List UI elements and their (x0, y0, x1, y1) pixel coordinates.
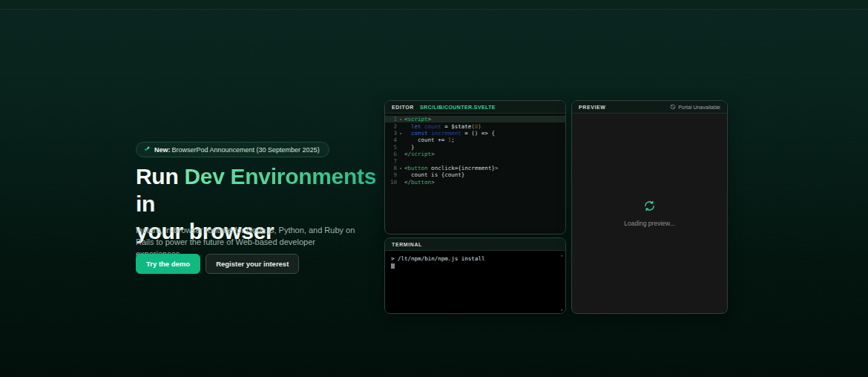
line-number: 8 (385, 165, 397, 171)
code-line: 6</script> (385, 151, 565, 157)
terminal-line: > /lt/npm/bin/npm.js install (391, 255, 559, 263)
register-interest-button[interactable]: Register your interest (206, 254, 299, 274)
editor-code[interactable]: 1▾<script>2 let count = $state(0)3▾ cons… (385, 114, 565, 186)
fold-chevron-icon[interactable]: ▾ (397, 165, 404, 171)
portal-unavailable-icon (670, 104, 676, 111)
line-number: 4 (385, 137, 397, 143)
code-text: } (404, 144, 415, 151)
code-line: 10</button> (385, 179, 565, 186)
loading-text: Loading preview... (624, 220, 675, 227)
code-text: let count = $state(0) (404, 123, 481, 130)
terminal-header: TERMINAL (385, 238, 565, 251)
page: BrowserPod Dashboard New:BrowserPod Anno… (0, 0, 868, 377)
terminal-label: TERMINAL (392, 242, 422, 247)
code-line: 8▾<button onclick={increment}> (385, 165, 565, 171)
terminal-cursor (391, 263, 395, 269)
line-number: 10 (385, 179, 397, 186)
preview-body: Loading preview... (572, 114, 727, 314)
code-line: 2 let count = $state(0) (385, 122, 565, 129)
line-number: 7 (385, 158, 397, 165)
loading-spinner-icon (644, 200, 655, 214)
portal-status: Portal Unavailable (670, 104, 720, 111)
code-text: </script> (404, 151, 435, 157)
preview-label: PREVIEW (579, 105, 605, 110)
terminal-scroll-up-icon[interactable]: ▴ (560, 253, 563, 258)
code-line: 5 } (385, 144, 565, 151)
code-text: const increment = () => { (404, 130, 495, 137)
code-line: 1▾<script> (385, 116, 565, 122)
preview-panel: PREVIEW Portal Unavailable Loadin (571, 100, 728, 314)
line-number: 2 (385, 123, 397, 130)
code-text: <script> (404, 116, 431, 122)
fold-chevron-icon[interactable]: ▾ (397, 130, 404, 137)
code-text: count += 1; (404, 137, 455, 143)
editor-label: EDITOR (392, 105, 414, 110)
preview-header: PREVIEW Portal Unavailable (572, 101, 727, 114)
line-number: 1 (385, 116, 397, 122)
editor-header: EDITOR SRC/LIB/COUNTER.SVELTE (385, 101, 565, 114)
try-demo-button[interactable]: Try the demo (136, 254, 200, 274)
badge-text: New:BrowserPod Announcement (30 Septembe… (154, 146, 320, 154)
terminal-output: > /lt/npm/bin/npm.js install (391, 255, 559, 263)
portal-status-text: Portal Unavailable (678, 105, 720, 110)
code-text: count is {count} (404, 171, 464, 178)
code-line: 3▾ const increment = () => { (385, 130, 565, 137)
brand[interactable]: BrowserPod (136, 0, 217, 2)
code-text: </button> (404, 179, 435, 186)
fold-chevron-icon[interactable]: ▾ (397, 116, 404, 122)
top-nav: BrowserPod Dashboard (0, 0, 868, 10)
line-number: 5 (385, 144, 397, 151)
editor-panel: EDITOR SRC/LIB/COUNTER.SVELTE 1▾<script>… (384, 100, 566, 235)
terminal-body[interactable]: > /lt/npm/bin/npm.js install ▴ ▾ (385, 251, 565, 314)
line-number: 6 (385, 151, 397, 157)
hero-title-highlight: Dev Environments (184, 164, 376, 188)
editor-open-file-tab[interactable]: SRC/LIB/COUNTER.SVELTE (420, 105, 496, 110)
code-text: <button onclick={increment}> (404, 165, 498, 171)
line-number: 9 (385, 171, 397, 178)
terminal-panel: TERMINAL > /lt/npm/bin/npm.js install ▴ … (384, 237, 566, 314)
terminal-scroll-down-icon[interactable]: ▾ (560, 308, 563, 312)
announcement-badge[interactable]: New:BrowserPod Announcement (30 Septembe… (136, 142, 329, 157)
code-line: 4 count += 1; (385, 137, 565, 143)
code-line: 7 (385, 157, 565, 164)
code-line: 9 count is {count} (385, 171, 565, 178)
line-number: 3 (385, 130, 397, 137)
browserpod-logo-icon (136, 0, 154, 2)
rocket-icon (144, 145, 151, 154)
cta-row: Try the demo Register your interest (136, 254, 299, 274)
